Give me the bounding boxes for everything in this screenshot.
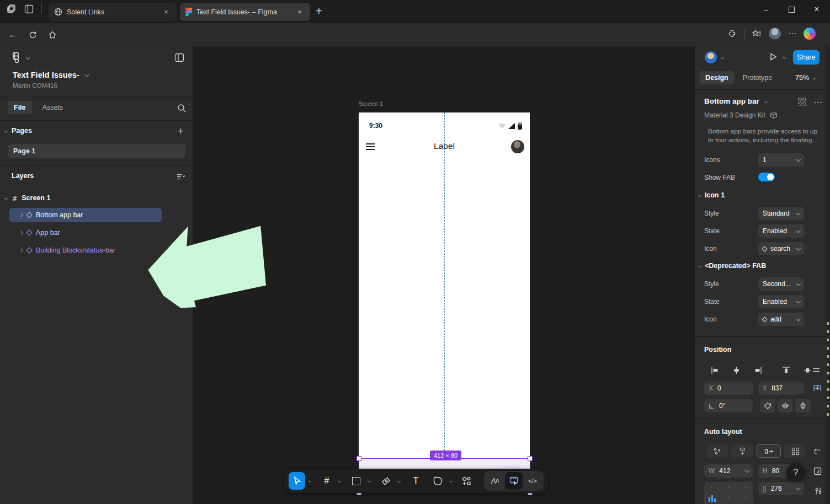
chevron-down-icon[interactable] — [84, 72, 89, 77]
align-left-icon[interactable] — [707, 363, 722, 377]
figma-menu-icon[interactable] — [12, 52, 21, 64]
home-icon[interactable] — [44, 26, 61, 43]
fab-icon-select[interactable]: add — [758, 313, 804, 326]
icon1-icon-select[interactable]: search — [758, 242, 804, 255]
library-name[interactable]: Material 3 Design Kit — [704, 111, 765, 119]
comment-tool[interactable] — [430, 472, 446, 490]
add-page-icon[interactable]: + — [178, 126, 184, 137]
x-position-field[interactable]: X 0 — [704, 382, 753, 395]
move-tool-chevron[interactable] — [306, 472, 312, 490]
pen-tool[interactable] — [377, 472, 394, 490]
alignment-pad[interactable] — [704, 482, 753, 504]
distribute-icon[interactable] — [808, 363, 824, 377]
layout-horizontal-icon[interactable] — [757, 444, 781, 458]
frame-tool[interactable]: # — [318, 472, 335, 490]
pen-tool-chevron[interactable] — [396, 472, 402, 490]
comment-tool-chevron[interactable] — [448, 472, 454, 490]
fab-state-select[interactable]: Enabled — [758, 295, 804, 308]
draw-annotate-icon[interactable] — [486, 472, 504, 490]
icon1-state-select[interactable]: Enabled — [758, 224, 804, 238]
rotation-field[interactable]: 0° — [704, 399, 753, 412]
move-tool[interactable] — [289, 472, 305, 490]
favorites-list-icon[interactable] — [752, 29, 762, 38]
file-name[interactable]: Text Field Issues- — [13, 71, 79, 79]
back-icon[interactable]: ← — [4, 26, 21, 43]
tab-file[interactable]: File — [8, 101, 32, 114]
chevron-down-icon[interactable] — [783, 55, 786, 59]
flip-horizontal-icon[interactable] — [778, 399, 793, 412]
extensions-icon[interactable] — [727, 29, 737, 39]
deprecated-fab-header[interactable]: <Deprecated> FAB — [705, 262, 766, 270]
chevron-down-icon[interactable] — [764, 99, 768, 103]
tab-assets[interactable]: Assets — [36, 101, 70, 114]
inspect-tool[interactable] — [505, 472, 523, 490]
layer-app-bar[interactable]: App bar — [19, 226, 60, 240]
actions-tool[interactable] — [459, 472, 475, 490]
canvas[interactable]: Screen 1 9:30 Label — [194, 46, 694, 504]
layer-frame-screen1[interactable]: # Screen 1 — [4, 191, 50, 205]
browser-tab-solent[interactable]: Solent Links × — [49, 3, 177, 21]
layout-vertical-icon[interactable] — [731, 444, 753, 458]
window-close-button[interactable]: × — [804, 0, 829, 19]
tab-design[interactable]: Design — [699, 71, 735, 84]
icon1-style-select[interactable]: Standard — [758, 207, 804, 220]
frame-tool-chevron[interactable] — [336, 472, 342, 490]
text-tool[interactable]: T — [407, 472, 424, 490]
layout-settings-icon[interactable] — [811, 484, 826, 497]
more-options-icon[interactable]: ⋯ — [813, 97, 823, 108]
selection-handle-tr[interactable] — [528, 456, 533, 461]
y-position-field[interactable]: Y 837 — [758, 382, 804, 395]
profile-avatar[interactable] — [769, 28, 781, 40]
icon1-header[interactable]: Icon 1 — [705, 191, 725, 199]
code-tool[interactable]: </> — [524, 472, 541, 490]
more-options-icon[interactable]: ⋯ — [788, 29, 796, 39]
browser-tab-figma[interactable]: Text Field Issues- – Figma × — [180, 3, 310, 21]
show-fab-toggle[interactable] — [758, 173, 775, 181]
new-tab-button[interactable]: + — [316, 5, 322, 18]
icon1-collapse-icon[interactable] — [698, 194, 701, 197]
component-icon[interactable] — [798, 98, 806, 106]
chevron-right-icon[interactable] — [19, 213, 23, 217]
layers-options-icon[interactable] — [177, 173, 185, 181]
align-right-icon[interactable] — [750, 363, 765, 377]
zoom-level[interactable]: 75% — [795, 74, 809, 82]
gap-field[interactable]: ][ 276 — [758, 482, 804, 495]
copilot-icon[interactable] — [804, 28, 816, 40]
window-maximize-button[interactable] — [779, 0, 804, 19]
share-button[interactable]: Share — [793, 50, 820, 65]
chevron-down-icon[interactable] — [4, 196, 8, 200]
align-h-center-icon[interactable] — [728, 363, 744, 377]
search-icon[interactable] — [177, 104, 187, 113]
page-list-item[interactable]: Page 1 — [8, 144, 185, 158]
layout-wrap-icon[interactable] — [784, 444, 806, 458]
help-button[interactable]: ? — [786, 463, 805, 482]
tab-actions-icon[interactable] — [7, 4, 17, 14]
layer-bottom-app-bar[interactable]: Bottom app bar — [9, 208, 162, 222]
selection-handle-tl[interactable] — [357, 456, 361, 461]
tab-close-icon[interactable]: × — [161, 8, 171, 16]
selection-title[interactable]: Bottom app bar — [704, 97, 759, 105]
tab-close-icon[interactable]: × — [295, 8, 305, 16]
pages-collapse-icon[interactable] — [4, 128, 8, 132]
align-top-icon[interactable] — [778, 363, 794, 377]
frame-title[interactable]: Screen 1 — [359, 100, 383, 107]
layer-status-bar[interactable]: Building Blocks/status-bar — [19, 243, 115, 258]
profone-avatar[interactable] — [511, 140, 524, 153]
constraints-icon[interactable] — [810, 382, 825, 395]
fab-style-select[interactable]: Second... — [758, 277, 804, 291]
shape-tool-chevron[interactable] — [366, 472, 372, 490]
rotate-icon[interactable] — [760, 399, 775, 412]
shape-tool[interactable] — [348, 472, 365, 490]
panel-toggle-icon[interactable] — [174, 53, 184, 62]
present-play-icon[interactable] — [769, 52, 778, 61]
resize-to-fit-icon[interactable] — [810, 464, 825, 478]
remove-auto-layout-icon[interactable] — [810, 444, 825, 458]
window-minimize-button[interactable]: – — [753, 0, 779, 19]
chevron-down-icon[interactable] — [25, 55, 30, 60]
layout-freeform-icon[interactable] — [706, 444, 728, 458]
refresh-icon[interactable] — [24, 26, 41, 43]
user-avatar[interactable] — [705, 51, 717, 63]
tab-prototype[interactable]: Prototype — [737, 71, 779, 84]
chevron-down-icon[interactable] — [721, 56, 725, 60]
workspaces-icon[interactable] — [24, 4, 34, 14]
